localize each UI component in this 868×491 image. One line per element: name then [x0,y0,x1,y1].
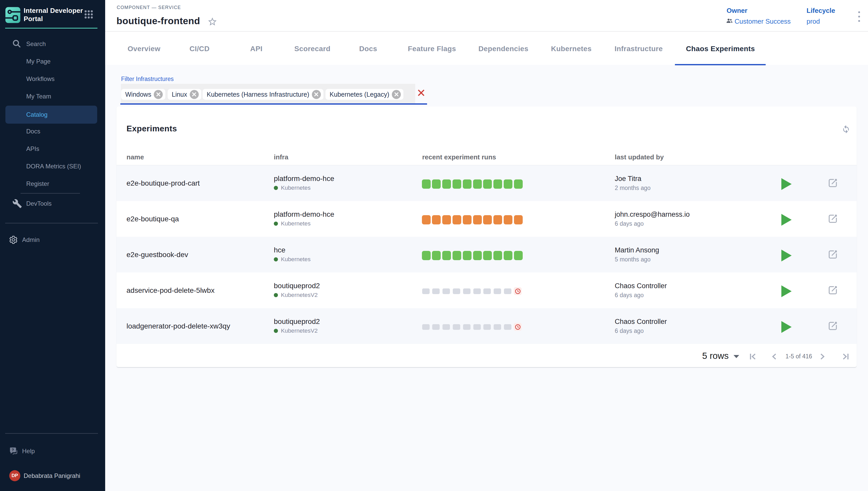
svg-text:?: ? [11,447,14,452]
